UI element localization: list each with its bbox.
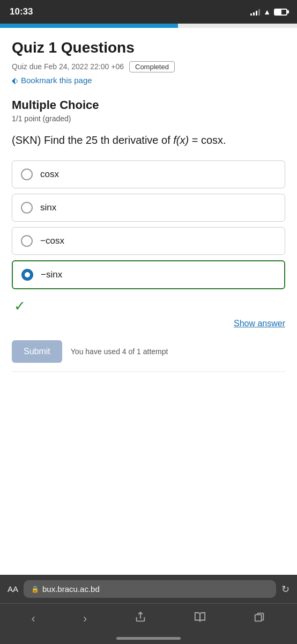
submit-button[interactable]: Submit bbox=[12, 340, 62, 363]
bookmark-label: Bookmark this page bbox=[21, 76, 92, 85]
url-text: bux.bracu.ac.bd bbox=[42, 584, 100, 594]
radio-circle-4 bbox=[21, 269, 33, 281]
share-button[interactable] bbox=[129, 609, 152, 628]
bookmark-link[interactable]: ⬖ Bookmark this page bbox=[12, 76, 285, 85]
back-button[interactable]: ‹ bbox=[26, 610, 41, 628]
bookmark-icon: ⬖ bbox=[12, 76, 18, 85]
browser-bar: AA 🔒 bux.bracu.ac.bd ↻ ‹ › bbox=[0, 575, 297, 644]
option-item-1[interactable]: cosx bbox=[12, 160, 285, 188]
forward-button[interactable]: › bbox=[78, 610, 92, 628]
show-answer-link[interactable]: Show answer bbox=[234, 319, 285, 328]
option-label-1: cosx bbox=[40, 169, 59, 180]
progress-bar-fill bbox=[0, 24, 178, 28]
option-label-4: −sinx bbox=[41, 269, 62, 280]
option-label-2: sinx bbox=[40, 202, 56, 213]
radio-circle-2 bbox=[21, 202, 33, 214]
progress-bar-container bbox=[0, 24, 297, 28]
option-item-4[interactable]: −sinx bbox=[12, 260, 285, 289]
question-text: (SKN) Find the 25 th derivative of f(x) … bbox=[12, 133, 285, 148]
nav-bar: ‹ › bbox=[0, 603, 297, 637]
aa-label[interactable]: AA bbox=[8, 584, 18, 594]
quiz-meta: Quiz due Feb 24, 2022 22:00 +06 Complete… bbox=[12, 61, 285, 72]
status-bar: 10:33 ▲ bbox=[0, 0, 297, 24]
refresh-icon[interactable]: ↻ bbox=[281, 583, 289, 595]
url-field[interactable]: 🔒 bux.bracu.ac.bd bbox=[24, 580, 276, 598]
option-label-3: −cosx bbox=[40, 236, 64, 246]
quiz-due-text: Quiz due Feb 24, 2022 22:00 +06 bbox=[12, 62, 124, 71]
show-answer-row: Show answer bbox=[12, 319, 285, 328]
status-time: 10:33 bbox=[10, 6, 33, 17]
section-title: Multiple Choice bbox=[12, 98, 285, 112]
status-icons: ▲ bbox=[250, 8, 287, 16]
attempt-text: You have used 4 of 1 attempt bbox=[71, 347, 168, 356]
submit-section: Submit You have used 4 of 1 attempt bbox=[12, 340, 285, 372]
option-item-2[interactable]: sinx bbox=[12, 194, 285, 222]
lock-icon: 🔒 bbox=[31, 586, 39, 593]
tabs-button[interactable] bbox=[248, 609, 271, 628]
radio-circle-1 bbox=[21, 169, 33, 180]
book-button[interactable] bbox=[189, 609, 211, 628]
url-bar-row: AA 🔒 bux.bracu.ac.bd ↻ bbox=[0, 575, 297, 603]
option-item-3[interactable]: −cosx bbox=[12, 227, 285, 255]
section-points: 1/1 point (graded) bbox=[12, 114, 285, 123]
correct-checkmark: ✓ bbox=[14, 298, 285, 314]
svg-rect-1 bbox=[255, 614, 262, 621]
signal-icon bbox=[250, 8, 260, 16]
quiz-title: Quiz 1 Questions bbox=[12, 39, 285, 57]
battery-icon bbox=[274, 9, 287, 16]
completed-badge: Completed bbox=[129, 61, 175, 72]
wifi-icon: ▲ bbox=[263, 8, 271, 16]
main-content: Quiz 1 Questions Quiz due Feb 24, 2022 2… bbox=[0, 28, 297, 372]
home-bar bbox=[116, 637, 181, 640]
home-indicator bbox=[0, 637, 297, 644]
radio-circle-3 bbox=[21, 235, 33, 247]
options-list: cosx sinx −cosx −sinx bbox=[12, 160, 285, 289]
